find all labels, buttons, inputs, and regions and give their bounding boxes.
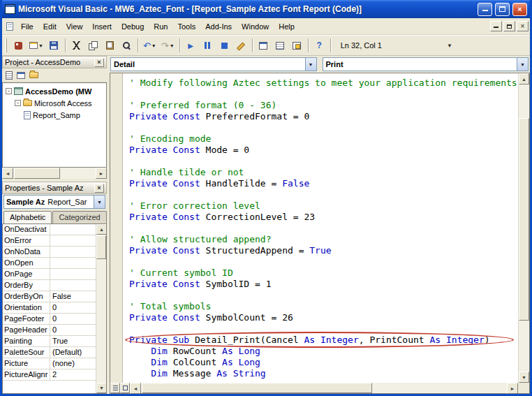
menu-item-help[interactable]: Help <box>274 20 300 33</box>
full-module-view-button[interactable] <box>120 383 130 393</box>
combo-dropdown-icon[interactable]: ▼ <box>305 58 316 71</box>
help-button[interactable]: ? <box>311 38 327 53</box>
scroll-down-icon[interactable]: ▼ <box>519 372 529 383</box>
redo-caret-icon[interactable]: ▼ <box>170 43 175 48</box>
minimize-button[interactable] <box>478 3 492 16</box>
project-panel-close-button[interactable]: × <box>94 58 104 67</box>
tree-item[interactable]: -Microsoft Access <box>3 97 106 109</box>
tree-item[interactable]: Report_Samp <box>3 109 106 121</box>
project-explorer-button[interactable] <box>256 38 272 53</box>
property-row[interactable]: OrderByOnFalse <box>3 291 96 302</box>
procedure-combo[interactable]: Print ▼ <box>323 57 529 71</box>
break-button[interactable] <box>200 38 216 53</box>
find-button[interactable] <box>119 38 135 53</box>
menu-item-edit[interactable]: Edit <box>38 20 61 33</box>
property-row[interactable]: PaintingTrue <box>3 336 96 347</box>
insert-object-caret-icon[interactable]: ▼ <box>38 43 43 48</box>
procedure-view-button[interactable] <box>110 383 120 393</box>
copy-button[interactable] <box>85 38 101 53</box>
vscroll-thumb[interactable] <box>519 118 529 321</box>
property-row[interactable]: OrderBy <box>3 280 96 291</box>
tab-alphabetic[interactable]: Alphabetic <box>3 211 52 223</box>
design-mode-button[interactable] <box>233 38 249 53</box>
standard-toolbar: ▼ ↶▼ ↷▼ ▶ ? Ln 32, Col 1 ▼ <box>2 35 530 56</box>
scroll-up-icon[interactable]: ▲ <box>96 224 107 235</box>
properties-window-button[interactable] <box>272 38 288 53</box>
hscroll-track[interactable] <box>60 168 96 179</box>
close-button[interactable]: × <box>512 3 527 16</box>
property-row[interactable]: PageHeader0 <box>3 325 96 336</box>
view-object-icon[interactable] <box>17 72 25 79</box>
toolbar-grip[interactable] <box>5 38 7 52</box>
collapse-expander-icon[interactable]: - <box>15 100 21 106</box>
menu-item-run[interactable]: Run <box>149 20 172 33</box>
scroll-left-icon[interactable]: ◄ <box>130 383 141 394</box>
vscroll-track[interactable] <box>519 85 529 372</box>
properties-panel-header[interactable]: Properties - Sample Az × <box>2 182 107 194</box>
property-row[interactable]: PageFooter0 <box>3 314 96 325</box>
title-bar[interactable]: Microsoft Visual Basic - MW6_Aztec_Font … <box>2 0 530 18</box>
menu-item-file[interactable]: File <box>16 20 38 33</box>
scroll-down-icon[interactable]: ▼ <box>96 383 107 393</box>
property-row[interactable]: OnNoData <box>3 247 96 258</box>
toggle-folders-icon[interactable] <box>29 72 38 78</box>
scroll-left-icon[interactable]: ◄ <box>2 168 13 179</box>
scroll-up-icon[interactable]: ▲ <box>519 73 529 85</box>
project-tree-hscrollbar[interactable]: ◄ ► <box>2 168 107 179</box>
maximize-button[interactable] <box>495 3 510 16</box>
run-button[interactable]: ▶ <box>183 38 199 53</box>
property-row[interactable]: PictureAlignr2 <box>3 369 96 381</box>
scroll-right-icon[interactable]: ► <box>507 383 518 394</box>
property-row[interactable]: OnDeactivat <box>3 224 96 235</box>
mdi-close-button[interactable]: × <box>517 21 529 31</box>
undo-button[interactable]: ↶▼ <box>141 38 158 53</box>
hscroll-thumb[interactable] <box>14 168 60 179</box>
property-row[interactable]: Picture(none) <box>3 358 96 369</box>
view-ms-access-button[interactable] <box>10 38 27 53</box>
vscroll-thumb[interactable] <box>96 235 106 259</box>
object-browser-button[interactable] <box>289 38 305 53</box>
reset-button[interactable] <box>216 38 232 53</box>
hscroll-thumb[interactable] <box>142 383 372 393</box>
project-panel-header[interactable]: Project - AccessDemo × <box>2 56 107 68</box>
menu-item-addins[interactable]: Add-Ins <box>200 20 237 33</box>
collapse-expander-icon[interactable]: - <box>6 88 12 94</box>
vscroll-track[interactable] <box>96 259 106 383</box>
code-margin-strip[interactable] <box>110 73 123 383</box>
scroll-right-icon[interactable]: ► <box>96 168 107 179</box>
menu-item-window[interactable]: Window <box>237 20 274 33</box>
child-window-icon[interactable] <box>6 22 13 31</box>
property-row[interactable]: Orientation0 <box>3 302 96 314</box>
project-tree[interactable]: -AccessDemo (MW-Microsoft AccessReport_S… <box>2 82 107 168</box>
insert-object-button[interactable]: ▼ <box>27 38 45 53</box>
menu-item-view[interactable]: View <box>61 20 88 33</box>
mdi-restore-button[interactable] <box>503 21 515 31</box>
property-grid[interactable]: OnDeactivatOnErrorOnNoDataOnOpenOnPageOr… <box>3 224 96 393</box>
paste-button[interactable] <box>102 38 118 53</box>
properties-vscrollbar[interactable]: ▲ ▼ <box>96 224 106 393</box>
view-code-icon[interactable] <box>6 71 13 80</box>
property-row[interactable]: OnError <box>3 235 96 247</box>
code-vscrollbar[interactable]: ▲ ▼ <box>518 73 529 383</box>
object-combo[interactable]: Detail ▼ <box>110 57 317 71</box>
tree-item[interactable]: -AccessDemo (MW <box>3 85 106 97</box>
cut-button[interactable] <box>68 38 84 53</box>
tab-categorized[interactable]: Categorized <box>52 211 106 223</box>
undo-caret-icon[interactable]: ▼ <box>152 43 156 48</box>
save-button[interactable] <box>46 38 62 53</box>
property-row[interactable]: OnOpen <box>3 258 96 269</box>
property-row[interactable]: OnPage <box>3 269 96 280</box>
hscroll-track[interactable] <box>372 383 507 393</box>
mdi-minimize-button[interactable] <box>490 21 502 31</box>
combo-dropdown-icon[interactable]: ▼ <box>94 196 105 208</box>
properties-panel-close-button[interactable]: × <box>94 184 104 193</box>
menu-item-tools[interactable]: Tools <box>172 20 200 33</box>
redo-button[interactable]: ↷▼ <box>159 38 177 53</box>
menu-item-insert[interactable]: Insert <box>87 20 117 33</box>
combo-dropdown-icon[interactable]: ▼ <box>517 58 528 71</box>
object-selector-combo[interactable]: Sample Az Report_Sar ▼ <box>3 195 105 209</box>
toolbar-options-caret-icon[interactable]: ▼ <box>447 43 452 49</box>
menu-item-debug[interactable]: Debug <box>117 20 149 33</box>
property-row[interactable]: PaletteSour(Default) <box>3 347 96 358</box>
code-lines[interactable]: ' Modify following Aztec settings to mee… <box>124 73 518 383</box>
